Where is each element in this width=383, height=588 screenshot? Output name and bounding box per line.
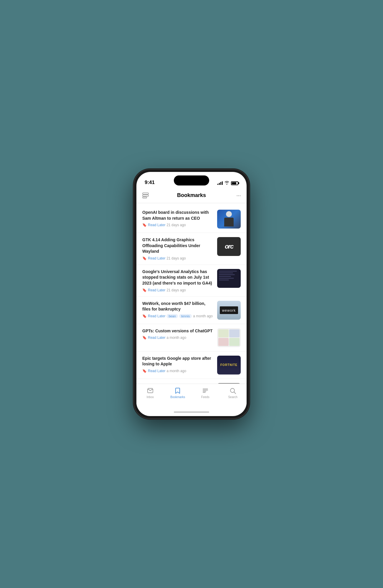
read-later-label[interactable]: Read Later	[148, 288, 165, 292]
article-thumbnail	[217, 328, 241, 347]
article-content: GPTs: Custom versions of ChatGPT 🔖 Read …	[142, 328, 214, 340]
article-content: WeWork, once worth $47 billion, files fo…	[142, 301, 214, 318]
battery-icon	[231, 181, 238, 185]
article-meta: 🔖 Read Later a month ago	[142, 336, 214, 340]
article-time: a month ago	[193, 314, 213, 318]
tab-search-label: Search	[228, 395, 237, 399]
article-item[interactable]: GPTs: Custom versions of ChatGPT 🔖 Read …	[136, 324, 247, 352]
article-item[interactable]: Google's Universal Analytics has stopped…	[136, 265, 247, 297]
article-time: 21 days ago	[166, 288, 186, 292]
read-later-label[interactable]: Read Later	[148, 336, 165, 340]
read-later-label[interactable]: Read Later	[148, 256, 165, 260]
nav-bar: Bookmarks ···	[136, 188, 247, 203]
article-meta: 🔖 Read Later a month ago	[142, 369, 214, 373]
article-thumbnail	[217, 210, 241, 229]
bookmark-icon-small: 🔖	[142, 336, 147, 340]
status-icons	[217, 181, 238, 185]
article-thumbnail: FORTNITE	[217, 356, 241, 375]
tag-badge-bean[interactable]: bean	[166, 314, 178, 318]
article-content: Google's Universal Analytics has stopped…	[142, 269, 214, 292]
tab-bar: Inbox Bookmarks	[136, 384, 247, 408]
tab-bookmarks-label: Bookmarks	[170, 395, 185, 399]
article-item[interactable]: GTK 4.14 Adding Graphics Offloading Capa…	[136, 233, 247, 265]
tab-search[interactable]: Search	[219, 387, 247, 399]
dynamic-island	[174, 175, 209, 185]
tab-inbox-label: Inbox	[147, 395, 154, 399]
nav-right: ···	[216, 192, 241, 199]
home-indicator	[136, 408, 247, 416]
svg-rect-1	[143, 195, 148, 196]
bookmark-icon-small: 🔖	[142, 223, 147, 227]
article-meta: 🔖 Read Later bean tennis a month ago	[142, 314, 214, 318]
phone-shell: 9:41	[134, 170, 249, 418]
read-later-label[interactable]: Read Later	[148, 314, 165, 318]
phone-screen: 9:41	[136, 172, 247, 416]
svg-rect-2	[143, 197, 147, 198]
article-time: a month ago	[166, 369, 186, 373]
read-later-label[interactable]: Read Later	[148, 369, 165, 373]
article-thumbnail: wework	[217, 301, 241, 320]
svg-line-8	[234, 392, 236, 394]
inbox-icon	[146, 387, 154, 395]
article-title: Google's Universal Analytics has stopped…	[142, 269, 214, 286]
home-bar	[174, 411, 209, 413]
bookmark-icon-small: 🔖	[142, 256, 147, 260]
wifi-icon	[224, 181, 229, 185]
article-meta: 🔖 Read Later 21 days ago	[142, 288, 214, 292]
search-icon	[229, 387, 237, 395]
article-meta: 🔖 Read Later 21 days ago	[142, 223, 214, 227]
tab-feeds[interactable]: Feeds	[192, 387, 219, 399]
article-content: GTK 4.14 Adding Graphics Offloading Capa…	[142, 237, 214, 260]
article-content: Epic targets Google app store after losi…	[142, 356, 214, 373]
article-content: OpenAI board in discussions with Sam Alt…	[142, 210, 214, 227]
article-title: OpenAI board in discussions with Sam Alt…	[142, 210, 214, 221]
stack-icon[interactable]	[142, 192, 150, 199]
tab-bookmarks[interactable]: Bookmarks	[164, 387, 192, 399]
signal-icon	[217, 181, 223, 185]
article-time: a month ago	[166, 336, 186, 340]
article-time: 21 days ago	[166, 223, 186, 227]
article-title: Epic targets Google app store after losi…	[142, 356, 214, 367]
tag-badge-tennis[interactable]: tennis	[179, 314, 192, 318]
article-title: GPTs: Custom versions of ChatGPT	[142, 328, 214, 334]
tab-inbox[interactable]: Inbox	[136, 387, 164, 399]
article-meta: 🔖 Read Later 21 days ago	[142, 256, 214, 260]
article-title: GTK 4.14 Adding Graphics Offloading Capa…	[142, 237, 214, 254]
bookmark-icon-small: 🔖	[142, 314, 147, 318]
article-item[interactable]: WeWork, once worth $47 billion, files fo…	[136, 297, 247, 324]
tab-feeds-label: Feeds	[201, 395, 209, 399]
article-thumbnail: orc	[217, 237, 241, 256]
articles-list: OpenAI board in discussions with Sam Alt…	[136, 203, 247, 384]
feeds-icon	[202, 387, 209, 395]
article-item[interactable]: OpenAI board in discussions with Sam Alt…	[136, 206, 247, 233]
article-title: WeWork, once worth $47 billion, files fo…	[142, 301, 214, 312]
article-item[interactable]: ULA aims to launch	[136, 379, 247, 384]
bookmarks-icon	[174, 387, 181, 395]
phone-wrapper: 9:41	[134, 170, 249, 418]
bookmark-icon-small: 🔖	[142, 288, 147, 292]
article-item[interactable]: Epic targets Google app store after losi…	[136, 352, 247, 379]
more-button[interactable]: ···	[236, 192, 241, 199]
nav-title: Bookmarks	[167, 192, 216, 198]
article-time: 21 days ago	[166, 256, 186, 260]
bookmark-icon-small: 🔖	[142, 369, 147, 373]
nav-left	[142, 192, 167, 199]
read-later-label[interactable]: Read Later	[148, 223, 165, 227]
svg-rect-0	[143, 193, 148, 194]
article-thumbnail	[217, 269, 241, 288]
